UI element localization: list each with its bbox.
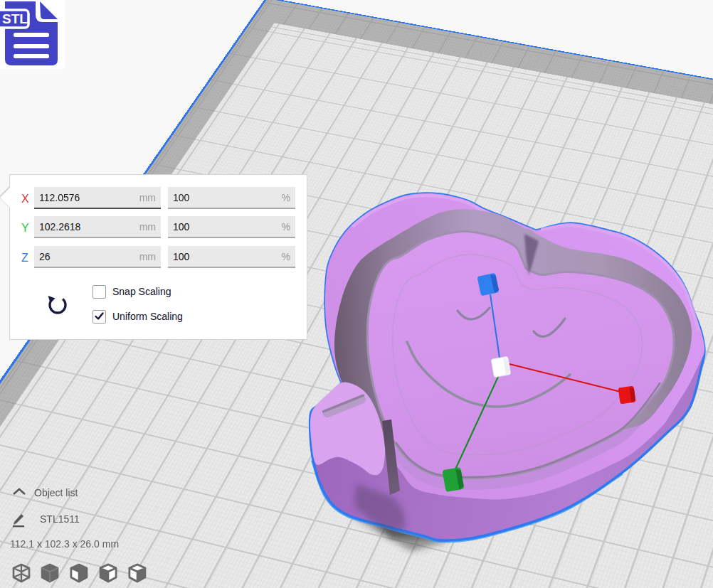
svg-text:STL: STL	[2, 11, 28, 26]
